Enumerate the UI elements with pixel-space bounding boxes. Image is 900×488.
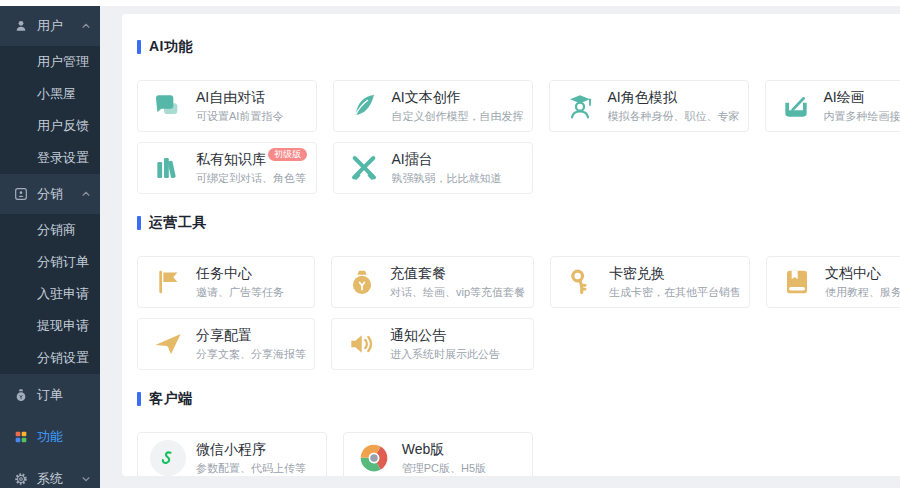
distribution-icon xyxy=(13,186,29,202)
feature-card-title: 通知公告 xyxy=(390,327,500,344)
feature-card-ai-drawing[interactable]: AI绘画内置多种绘画接口 xyxy=(765,80,900,132)
feature-card-text: 私有知识库初级版可绑定到对话、角色等 xyxy=(196,151,307,186)
feature-card-subtitle: 分享文案、分享海报等 xyxy=(196,347,306,362)
sidebar-subitem-label: 小黑屋 xyxy=(37,85,76,103)
feature-card-text: 微信小程序参数配置、代码上传等 xyxy=(196,441,306,476)
feature-card-title-text: 文档中心 xyxy=(825,265,881,281)
feature-card-ai-arena[interactable]: AI擂台孰强孰弱，比比就知道 xyxy=(333,142,533,194)
feature-card-text: 充值套餐对话、绘画、vip等充值套餐 xyxy=(390,265,525,300)
feature-card-web-client[interactable]: Web版管理PC版、H5版 xyxy=(343,432,533,476)
main-area: AI功能AI自由对话可设置AI前置指令AI文本创作自定义创作模型，自由发挥AI角… xyxy=(100,6,900,488)
web-browser-icon xyxy=(356,440,392,476)
feature-card-title-text: AI自由对话 xyxy=(196,89,265,105)
sidebar-subitem-blacklist[interactable]: 小黑屋 xyxy=(0,78,100,110)
crossed-swords-icon xyxy=(346,150,382,186)
section-title: 客户端 xyxy=(137,390,900,408)
sidebar-subitem-login-settings[interactable]: 登录设置 xyxy=(0,142,100,174)
section-title: 运营工具 xyxy=(137,214,900,232)
feature-card-knowledge-base[interactable]: 私有知识库初级版可绑定到对话、角色等 xyxy=(137,142,317,194)
feature-card-text: 分享配置分享文案、分享海报等 xyxy=(196,327,306,362)
feature-card-text: AI擂台孰强孰弱，比比就知道 xyxy=(392,151,502,186)
sidebar: 用户用户管理小黑屋用户反馈登录设置分销分销商分销订单入驻申请提现申请分销设置订单… xyxy=(0,6,100,488)
paintbrush-icon xyxy=(778,88,814,124)
sidebar-subitem-label: 分销商 xyxy=(37,221,76,239)
chevron-up-icon xyxy=(81,21,91,31)
feature-card-ai-chat[interactable]: AI自由对话可设置AI前置指令 xyxy=(137,80,317,132)
feature-card-text: 任务中心邀请、广告等任务 xyxy=(196,265,284,300)
sidebar-subitem-entry-applications[interactable]: 入驻申请 xyxy=(0,278,100,310)
feature-card-recharge-plans[interactable]: 充值套餐对话、绘画、vip等充值套餐 xyxy=(331,256,534,308)
feature-card-subtitle: 使用教程、服务协议等 xyxy=(825,285,900,300)
feature-card-subtitle: 生成卡密，在其他平台销售 xyxy=(609,285,741,300)
feature-card-announcements[interactable]: 通知公告进入系统时展示此公告 xyxy=(331,318,534,370)
sidebar-subitem-user-feedback[interactable]: 用户反馈 xyxy=(0,110,100,142)
gear-icon xyxy=(13,471,29,487)
sidebar-item-label: 订单 xyxy=(37,386,63,404)
sidebar-item-distribution[interactable]: 分销 xyxy=(0,174,100,214)
feature-card-title: 分享配置 xyxy=(196,327,306,344)
feature-card-title: AI角色模拟 xyxy=(608,89,740,106)
speaker-icon xyxy=(344,326,380,362)
feature-card-subtitle: 进入系统时展示此公告 xyxy=(390,347,500,362)
chevron-down-icon xyxy=(81,474,91,484)
chat-bubbles-icon xyxy=(150,88,186,124)
sidebar-subitem-distributors[interactable]: 分销商 xyxy=(0,214,100,246)
feature-card-title: 任务中心 xyxy=(196,265,284,282)
app-layout: 用户用户管理小黑屋用户反馈登录设置分销分销商分销订单入驻申请提现申请分销设置订单… xyxy=(0,6,900,488)
feature-card-title-text: Web版 xyxy=(402,441,445,457)
feature-card-title-text: 卡密兑换 xyxy=(609,265,665,281)
feature-card-title: Web版 xyxy=(402,441,486,458)
feature-card-title: 充值套餐 xyxy=(390,265,525,282)
sidebar-item-features[interactable]: 功能 xyxy=(0,416,100,458)
feature-card-subtitle: 邀请、广告等任务 xyxy=(196,285,284,300)
feature-card-docs-center[interactable]: 文档中心使用教程、服务协议等 xyxy=(766,256,900,308)
sidebar-subitem-label: 入驻申请 xyxy=(37,285,89,303)
paper-plane-icon xyxy=(150,326,186,362)
sidebar-subitem-distribution-orders[interactable]: 分销订单 xyxy=(0,246,100,278)
feature-card-share-config[interactable]: 分享配置分享文案、分享海报等 xyxy=(137,318,315,370)
content-panel: AI功能AI自由对话可设置AI前置指令AI文本创作自定义创作模型，自由发挥AI角… xyxy=(122,14,900,476)
sidebar-subitem-label: 分销设置 xyxy=(37,349,89,367)
section-title-bar xyxy=(137,216,141,230)
feature-card-title-text: AI绘画 xyxy=(824,89,865,105)
feature-card-subtitle: 内置多种绘画接口 xyxy=(824,109,900,124)
feature-card-subtitle: 管理PC版、H5版 xyxy=(402,461,486,476)
sidebar-subitem-withdrawal-applications[interactable]: 提现申请 xyxy=(0,310,100,342)
feature-card-title: AI擂台 xyxy=(392,151,502,168)
sidebar-item-label: 系统 xyxy=(37,470,63,488)
feature-card-subtitle: 对话、绘画、vip等充值套餐 xyxy=(390,285,525,300)
feature-card-text: 通知公告进入系统时展示此公告 xyxy=(390,327,500,362)
feature-card-wechat-miniprogram[interactable]: 微信小程序参数配置、代码上传等 xyxy=(137,432,327,476)
sidebar-item-label: 用户 xyxy=(37,17,63,35)
sidebar-item-system[interactable]: 系统 xyxy=(0,458,100,488)
sidebar-item-orders[interactable]: 订单 xyxy=(0,374,100,416)
feature-card-title-text: 充值套餐 xyxy=(390,265,446,281)
sidebar-subitem-distribution-settings[interactable]: 分销设置 xyxy=(0,342,100,374)
feature-card-text: 文档中心使用教程、服务协议等 xyxy=(825,265,900,300)
feature-card-ai-writing[interactable]: AI文本创作自定义创作模型，自由发挥 xyxy=(333,80,533,132)
feature-card-card-key-redeem[interactable]: 卡密兑换生成卡密，在其他平台销售 xyxy=(550,256,750,308)
books-icon xyxy=(150,150,186,186)
feature-card-title-text: 通知公告 xyxy=(390,327,446,343)
feature-card-task-center[interactable]: 任务中心邀请、广告等任务 xyxy=(137,256,315,308)
feature-card-title: 文档中心 xyxy=(825,265,900,282)
feature-card-subtitle: 参数配置、代码上传等 xyxy=(196,461,306,476)
section-operation-tools: 运营工具任务中心邀请、广告等任务充值套餐对话、绘画、vip等充值套餐卡密兑换生成… xyxy=(137,214,900,370)
feature-card-title: AI自由对话 xyxy=(196,89,283,106)
moneybag-gold-icon xyxy=(344,264,380,300)
book-icon xyxy=(779,264,815,300)
sidebar-subitem-label: 用户管理 xyxy=(37,53,89,71)
section-ai-features: AI功能AI自由对话可设置AI前置指令AI文本创作自定义创作模型，自由发挥AI角… xyxy=(137,38,900,194)
card-grid: AI自由对话可设置AI前置指令AI文本创作自定义创作模型，自由发挥AI角色模拟模… xyxy=(137,80,900,194)
sidebar-subitem-user-management[interactable]: 用户管理 xyxy=(0,46,100,78)
feature-card-title-text: 私有知识库 xyxy=(196,151,266,167)
features-grid-icon xyxy=(13,429,29,445)
feature-card-ai-roleplay[interactable]: AI角色模拟模拟各种身份、职位、专家 xyxy=(549,80,749,132)
feature-card-title-text: AI角色模拟 xyxy=(608,89,677,105)
card-grid: 任务中心邀请、广告等任务充值套餐对话、绘画、vip等充值套餐卡密兑换生成卡密，在… xyxy=(137,256,900,370)
key-icon xyxy=(563,264,599,300)
feature-card-subtitle: 孰强孰弱，比比就知道 xyxy=(392,171,502,186)
sidebar-item-users[interactable]: 用户 xyxy=(0,6,100,46)
chevron-up-icon xyxy=(81,189,91,199)
feature-card-subtitle: 自定义创作模型，自由发挥 xyxy=(392,109,524,124)
